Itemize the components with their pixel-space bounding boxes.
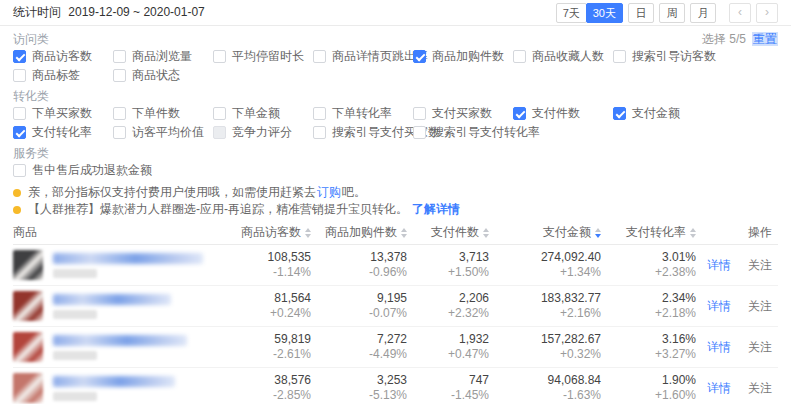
- follow-link[interactable]: 关注: [748, 298, 772, 315]
- product-cell[interactable]: [13, 291, 235, 321]
- next-page-button[interactable]: ›: [756, 3, 778, 23]
- reset-link[interactable]: 重置: [752, 32, 778, 46]
- notice-link[interactable]: 订购: [317, 184, 341, 201]
- checkbox-icon[interactable]: [613, 107, 626, 120]
- checkbox-icon[interactable]: [13, 107, 26, 120]
- metric-value: 59,819: [235, 332, 311, 347]
- checkbox-icon[interactable]: [613, 50, 626, 63]
- follow-link[interactable]: 关注: [748, 257, 772, 274]
- metric-value: 9,195: [311, 291, 407, 306]
- metric-group-items: 商品访客数 商品浏览量 平均停留时长 商品详情页跳出率 商品加购件数 商品收藏人…: [13, 49, 778, 83]
- metric-cell: 13,378 -0.96%: [311, 250, 407, 280]
- product-info: [53, 253, 203, 278]
- notice-text: 【人群推荐】爆款潜力人群圈选-应用-再追踪，精准营销提升宝贝转化。: [28, 201, 408, 218]
- metric-label: 商品标签: [32, 67, 80, 84]
- product-cell[interactable]: [13, 250, 235, 280]
- product-cell[interactable]: [13, 373, 235, 403]
- metric-checkbox-item[interactable]: 售中售后成功退款金额: [13, 163, 113, 178]
- metric-checkbox-item[interactable]: 下单买家数: [13, 106, 113, 121]
- metric-checkbox-item[interactable]: 商品详情页跳出率: [313, 49, 413, 64]
- metric-label: 商品浏览量: [132, 48, 192, 65]
- checkbox-icon[interactable]: [513, 107, 526, 120]
- metric-delta: -4.49%: [311, 347, 407, 362]
- checkbox-icon[interactable]: [113, 50, 126, 63]
- metric-cell: 2.34% +2.18%: [601, 291, 696, 321]
- metric-cell: 183,832.77 +2.16%: [489, 291, 601, 321]
- prev-page-button[interactable]: ‹: [729, 3, 751, 23]
- checkbox-icon[interactable]: [513, 50, 526, 63]
- range-button[interactable]: 月: [690, 3, 716, 23]
- detail-link[interactable]: 详情: [707, 298, 731, 315]
- range-button[interactable]: 日: [628, 3, 654, 23]
- metric-label: 搜索引导支付转化率: [432, 124, 540, 141]
- metric-value: 3,713: [407, 250, 489, 265]
- metric-group-label: 服务类: [13, 147, 778, 160]
- metric-checkbox-item[interactable]: 搜索引导支付转化率: [413, 125, 513, 140]
- detail-link[interactable]: 详情: [707, 257, 731, 274]
- table-header-row: 商品 商品访客数 商品加购件数 支付件数 支付金额 支付转化率 操: [13, 221, 778, 245]
- product-cell[interactable]: [13, 332, 235, 362]
- metric-delta: -1.14%: [235, 265, 311, 280]
- metric-checkbox-item[interactable]: 商品收藏人数: [513, 49, 613, 64]
- metric-cell: 2,206 +2.32%: [407, 291, 489, 321]
- detail-link[interactable]: 详情: [707, 339, 731, 356]
- column-header: 商品: [13, 224, 235, 241]
- metric-checkbox-item[interactable]: 商品标签: [13, 68, 113, 83]
- metric-checkbox-item[interactable]: 搜索引导支付买家数: [313, 125, 413, 140]
- metric-delta: -0.07%: [311, 306, 407, 321]
- column-label: 商品访客数: [241, 224, 301, 241]
- metric-checkbox-item[interactable]: 访客平均价值: [113, 125, 213, 140]
- metric-delta: +0.24%: [235, 306, 311, 321]
- chevron-right-icon: ›: [765, 5, 769, 19]
- checkbox-icon[interactable]: [313, 126, 326, 139]
- column-label: 商品加购件数: [325, 224, 397, 241]
- product-thumbnail: [13, 332, 43, 362]
- metric-cell: 7,272 -4.49%: [311, 332, 407, 362]
- detail-link[interactable]: 详情: [707, 380, 731, 397]
- checkbox-icon[interactable]: [413, 107, 426, 120]
- notice-item: 亲，部分指标仅支持付费用户使用哦，如需使用赶紧去 订购 吧。: [13, 184, 778, 201]
- column-header: 支付件数: [407, 224, 489, 241]
- checkbox-icon[interactable]: [113, 107, 126, 120]
- checkbox-icon[interactable]: [113, 69, 126, 82]
- metric-cell: 1.90% +1.60%: [601, 373, 696, 403]
- metric-checkbox-item[interactable]: 支付转化率: [13, 125, 113, 140]
- metric-checkbox-item[interactable]: 下单转化率: [313, 106, 413, 121]
- metric-delta: +1.60%: [601, 388, 696, 403]
- metric-checkbox-item[interactable]: 支付买家数: [413, 106, 513, 121]
- metric-checkbox-item[interactable]: 商品浏览量: [113, 49, 213, 64]
- metric-checkbox-item[interactable]: 商品访客数: [13, 49, 113, 64]
- range-button[interactable]: 30天: [586, 3, 623, 23]
- metric-checkbox-item[interactable]: 搜索引导访客数: [613, 49, 713, 64]
- checkbox-icon[interactable]: [313, 107, 326, 120]
- metric-checkbox-item[interactable]: 下单件数: [113, 106, 213, 121]
- checkbox-icon[interactable]: [213, 107, 226, 120]
- checkbox-icon[interactable]: [13, 126, 26, 139]
- checkbox-icon[interactable]: [413, 50, 426, 63]
- metric-delta: +0.47%: [407, 347, 489, 362]
- checkbox-icon[interactable]: [13, 164, 26, 177]
- metric-value: 2,206: [407, 291, 489, 306]
- notice-link[interactable]: 了解详情: [412, 201, 460, 218]
- metric-filter-panel: 访问类 商品访客数 商品浏览量 平均停留时长 商品详情页跳出率 商品加购件数 商…: [0, 33, 791, 178]
- checkbox-icon[interactable]: [313, 50, 326, 63]
- checkbox-icon[interactable]: [413, 126, 426, 139]
- follow-link[interactable]: 关注: [748, 339, 772, 356]
- metric-checkbox-item[interactable]: 支付金额: [613, 106, 713, 121]
- metric-checkbox-item[interactable]: 下单金额: [213, 106, 313, 121]
- range-button[interactable]: 7天: [556, 3, 587, 23]
- checkbox-icon[interactable]: [213, 126, 226, 139]
- metric-cell: 157,282.67 +0.32%: [489, 332, 601, 362]
- checkbox-icon[interactable]: [13, 50, 26, 63]
- metric-delta: +2.18%: [601, 306, 696, 321]
- metric-label: 商品加购件数: [432, 48, 504, 65]
- follow-link[interactable]: 关注: [748, 380, 772, 397]
- checkbox-icon[interactable]: [113, 126, 126, 139]
- checkbox-icon[interactable]: [13, 69, 26, 82]
- metric-checkbox-item[interactable]: 支付件数: [513, 106, 613, 121]
- metric-checkbox-item[interactable]: 平均停留时长: [213, 49, 313, 64]
- metric-checkbox-item[interactable]: 商品加购件数: [413, 49, 513, 64]
- range-button[interactable]: 周: [659, 3, 685, 23]
- metric-checkbox-item[interactable]: 商品状态: [113, 68, 213, 83]
- checkbox-icon[interactable]: [213, 50, 226, 63]
